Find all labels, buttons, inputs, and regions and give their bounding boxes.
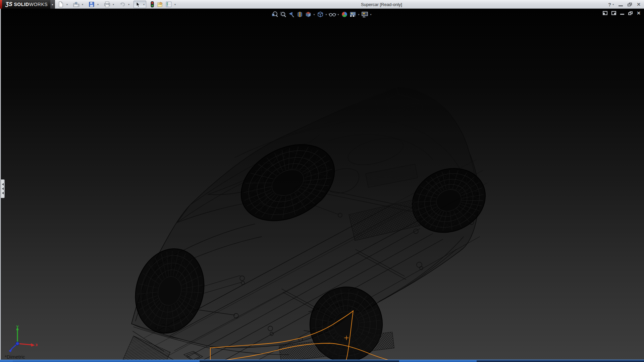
view-orientation-icon [305, 11, 312, 18]
section-view-button[interactable] [296, 10, 304, 19]
previous-view-icon [288, 11, 295, 18]
hide-show-items-dropdown[interactable]: ▾ [336, 13, 340, 16]
view-settings-button[interactable] [361, 10, 369, 19]
standard-toolbar: ▾ ▾ ▾ [56, 0, 177, 8]
zoom-to-area-button[interactable] [279, 10, 287, 19]
taskbar-edge[interactable] [0, 360, 644, 362]
open-document-button[interactable] [72, 0, 80, 8]
save-dropdown[interactable]: ▾ [96, 0, 100, 8]
menu-toolbar-bar: ƷSSOLIDWORKS ▸ ▾ ▾ [0, 0, 644, 9]
menu-expander-button[interactable]: ▸ [50, 0, 55, 9]
file-properties-icon [157, 1, 163, 7]
print-button[interactable] [103, 0, 111, 8]
logo-3s-mark: ƷS [5, 1, 12, 7]
view-settings-dropdown[interactable]: ▾ [369, 13, 373, 16]
orientation-triad [4, 323, 38, 354]
save-icon [89, 1, 95, 7]
select-tool-group[interactable]: ▾ [133, 1, 146, 8]
select-tool-dropdown[interactable]: ▾ [142, 0, 146, 8]
zoom-to-fit-button[interactable] [270, 10, 279, 19]
zoom-to-fit-icon [271, 11, 278, 18]
select-cursor-icon [136, 2, 140, 7]
view-orientation-button[interactable] [304, 10, 312, 19]
display-style-button[interactable] [316, 10, 324, 19]
select-tool-button[interactable] [134, 0, 142, 8]
collapse-arrow-icon [2, 183, 4, 186]
help-button[interactable]: ? [608, 2, 611, 7]
x-axis-arrow [31, 343, 35, 347]
close-button[interactable]: ✕ [637, 2, 641, 7]
collapse-arrow-icon [2, 192, 4, 194]
undo-dropdown[interactable]: ▾ [127, 0, 131, 8]
file-properties-button[interactable] [156, 0, 164, 8]
new-document-dropdown[interactable]: ▾ [65, 0, 69, 8]
apply-scene-dropdown[interactable]: ▾ [357, 13, 361, 16]
hide-show-items-button[interactable] [328, 10, 336, 19]
wireframe-car-canvas [0, 9, 644, 360]
logo-red-accent [0, 0, 2, 9]
traffic-light-icon [151, 1, 154, 7]
print-icon [104, 1, 110, 7]
zoom-to-area-icon [280, 11, 286, 18]
save-button[interactable] [87, 0, 96, 8]
undo-button[interactable] [118, 0, 127, 8]
new-document-button[interactable] [56, 0, 65, 8]
app-window-controls: ? ▾ ✕ [608, 0, 641, 9]
featuremanager-splitter-tab[interactable] [1, 179, 5, 198]
view-orientation-label: *Dimetric [5, 354, 25, 360]
graphics-viewport[interactable]: ▾ ▾ ▾ [0, 9, 644, 360]
doc-restore-button[interactable] [628, 11, 633, 15]
new-document-icon [58, 1, 64, 7]
undo-icon [119, 1, 126, 7]
pane-left-icon[interactable] [603, 11, 607, 15]
view-settings-icon [361, 11, 368, 18]
options-icon [166, 1, 172, 7]
minimize-button[interactable] [619, 5, 623, 6]
options-button[interactable] [164, 0, 173, 8]
display-style-icon [317, 11, 324, 18]
doc-minimize-button[interactable] [620, 14, 624, 15]
headsup-view-toolbar: ▾ ▾ ▾ [270, 10, 373, 19]
solidworks-logo[interactable]: ƷSSOLIDWORKS [0, 0, 50, 9]
doc-close-button[interactable]: ✕ [637, 10, 641, 16]
document-window-controls: ✕ [603, 10, 641, 16]
logo-text: ƷSSOLIDWORKS [5, 1, 48, 7]
display-style-dropdown[interactable]: ▾ [324, 13, 328, 16]
options-dropdown[interactable]: ▾ [173, 0, 177, 8]
print-dropdown[interactable]: ▾ [111, 0, 115, 8]
collapse-arrow-icon [2, 187, 4, 190]
pane-right-icon[interactable] [611, 11, 616, 15]
rebuild-button[interactable] [149, 0, 156, 8]
open-document-dropdown[interactable]: ▾ [80, 0, 85, 8]
restore-button[interactable] [628, 3, 632, 6]
document-title: Supercar [Read-only] [349, 0, 414, 9]
help-dropdown[interactable]: ▾ [612, 3, 614, 6]
edit-appearance-button[interactable] [340, 10, 348, 19]
eyeglasses-icon [329, 11, 336, 18]
view-orientation-dropdown[interactable]: ▾ [312, 13, 316, 16]
apply-scene-button[interactable] [348, 10, 357, 19]
apply-scene-icon [350, 11, 356, 18]
open-document-icon [73, 1, 79, 7]
appearance-sphere-icon [341, 11, 348, 18]
previous-view-button[interactable] [287, 10, 296, 19]
z-axis-arrow [9, 348, 13, 352]
section-view-icon [297, 11, 303, 18]
